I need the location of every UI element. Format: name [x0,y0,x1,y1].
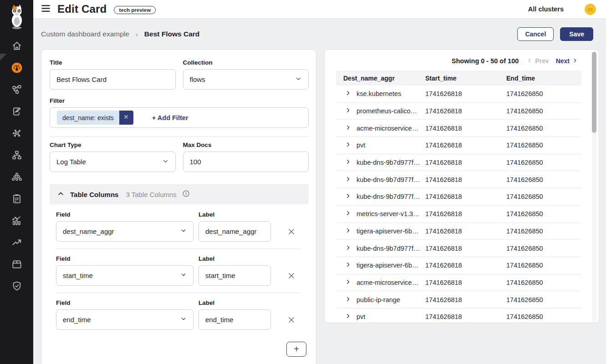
remove-column-button[interactable] [287,271,296,282]
table-row[interactable]: tigera-apiserver-6b… 1741626818 17416268… [336,223,581,240]
expand-row-button[interactable] [345,279,351,286]
remove-column-button[interactable] [287,315,296,326]
calico-cat-logo[interactable] [0,0,33,30]
expand-row-button[interactable] [345,176,351,183]
table-row[interactable]: acme-microservice… 1741626818 1741626850 [336,274,581,292]
end-time-cell: 1741626850 [499,245,581,252]
expand-row-button[interactable] [345,313,351,320]
end-time-cell: 1741626850 [499,262,581,269]
table-body: kse.kubernetes 1741626818 1741626850 pro… [336,86,581,323]
table-row[interactable]: kube-dns-9b7d977f… 1741626818 1741626850 [336,171,581,188]
dest-value: kube-dns-9b7d977f… [356,245,420,252]
close-icon [287,227,296,238]
expand-row-button[interactable] [345,210,351,217]
home-icon [11,40,23,53]
table-row[interactable]: kube-dns-9b7d977f… 1741626818 1741626850 [336,240,581,257]
table-row[interactable]: kube-dns-9b7d977f… 1741626818 1741626850 [336,154,581,172]
filter-box[interactable]: dest_name: exists + Add Filter [50,107,309,128]
table-row[interactable]: metrics-server-v1.3… 1741626818 17416268… [336,206,581,223]
label-label: Label [199,255,271,262]
sidebar-item-compliance[interactable] [0,188,33,210]
cancel-button[interactable]: Cancel [517,27,554,41]
chevron-down-icon [295,76,302,84]
dest-value: pvt [356,313,365,320]
expand-row-button[interactable] [345,245,351,252]
max-docs-group: Max Docs [183,142,309,172]
chevron-left-icon [527,57,532,65]
table-row[interactable]: kse.kubernetes 1741626818 1741626850 [336,86,581,103]
dest-value: pvt [356,142,365,149]
sidebar-item-security[interactable] [0,276,33,298]
close-icon [287,271,296,282]
collection-select[interactable]: flows [183,69,309,90]
column-field-select[interactable]: start_time [56,265,194,286]
preview-scrollbar-thumb[interactable] [592,52,596,133]
expand-row-button[interactable] [345,90,351,97]
table-row[interactable]: pvt 1741626818 1741626850 [336,137,581,154]
remove-filter-button[interactable] [119,111,133,125]
collection-group: Collection flows [183,59,309,90]
expand-row-button[interactable] [345,107,351,115]
sidebar-item-statistics[interactable] [0,210,33,232]
table-row[interactable]: acme-microservice… 1741626818 1741626850 [336,120,581,137]
save-button[interactable]: Save [560,27,593,41]
table-row[interactable]: prometheus-calico… 1741626818 1741626850 [336,103,581,120]
expand-row-button[interactable] [345,193,351,200]
column-field-select[interactable]: dest_name_aggr [56,221,194,242]
expand-row-button[interactable] [345,142,351,149]
sidebar-item-dashboards[interactable] [0,57,33,79]
dest-value: tigera-apiserver-6b… [356,262,418,269]
breadcrumb-parent-link[interactable]: Custom dashboard example [41,30,129,38]
page-title: Edit Card [57,3,107,15]
next-page-button[interactable]: Next [556,57,578,65]
sidebar-item-policies[interactable] [0,101,33,123]
chart-type-select[interactable]: Log Table [50,152,176,172]
hamburger-menu-button[interactable] [41,3,51,15]
max-docs-input[interactable] [183,152,309,172]
table-row[interactable]: public-ip-range 1741626818 1741626850 [336,291,581,308]
table-row[interactable]: pvt 1741626818 1741626850 [336,308,581,323]
add-filter-button[interactable]: + Add Filter [152,114,188,121]
sidebar-item-clusters[interactable] [0,167,33,188]
table-column-row: Field start_time Label [56,248,301,286]
column-label-input[interactable] [199,265,271,286]
end-time-cell: 1741626850 [499,296,581,303]
column-field-group: Field dest_name_aggr [56,211,194,242]
start-time-cell: 1741626818 [418,296,499,303]
divider [50,136,309,137]
sidebar-item-flow-graph[interactable] [0,123,33,145]
table-row[interactable]: kube-dns-9b7d977f… 1741626818 1741626850 [336,188,581,206]
preview-scrollbar-track[interactable] [592,51,596,321]
column-label-input[interactable] [199,221,271,242]
dest-value: kse.kubernetes [356,90,401,97]
preview-table: Dest_name_aggr Start_time End_time kse.k… [336,71,581,323]
label-label: Label [199,211,271,218]
start-time-cell: 1741626818 [418,125,499,132]
dest-value: metrics-server-v1.3… [356,210,420,217]
expand-row-button[interactable] [345,125,351,132]
remove-column-button[interactable] [287,227,296,238]
info-icon[interactable] [182,190,190,199]
sidebar-item-image-assurance[interactable] [0,254,33,276]
column-field-select[interactable]: end_time [56,309,194,330]
prev-page-button[interactable]: Prev [527,57,549,65]
sidebar-item-nodes[interactable] [0,145,33,167]
expand-row-button[interactable] [345,262,351,269]
table-row[interactable]: tigera-apiserver-6b… 1741626818 17416268… [336,257,581,274]
add-column-button[interactable]: + [286,342,306,357]
expand-row-button[interactable] [345,159,351,166]
expand-row-button[interactable] [345,296,351,303]
cluster-selector[interactable]: All clusters [528,5,564,13]
sidebar-item-threat-feeds[interactable] [0,232,33,254]
column-label-input[interactable] [199,309,271,330]
sidebar-item-service-graph[interactable] [0,79,33,101]
expand-row-button[interactable] [345,228,351,235]
start-time-cell: 1741626818 [418,107,499,115]
table-columns-accordion[interactable]: Table Columns 3 Table Columns [50,184,309,204]
column-label-group: Label [199,255,271,286]
prev-label: Prev [535,57,549,65]
title-input[interactable] [50,69,176,90]
chevron-right-icon [345,262,351,269]
end-time-cell: 1741626850 [499,90,581,97]
user-avatar[interactable]: cc [585,4,596,15]
